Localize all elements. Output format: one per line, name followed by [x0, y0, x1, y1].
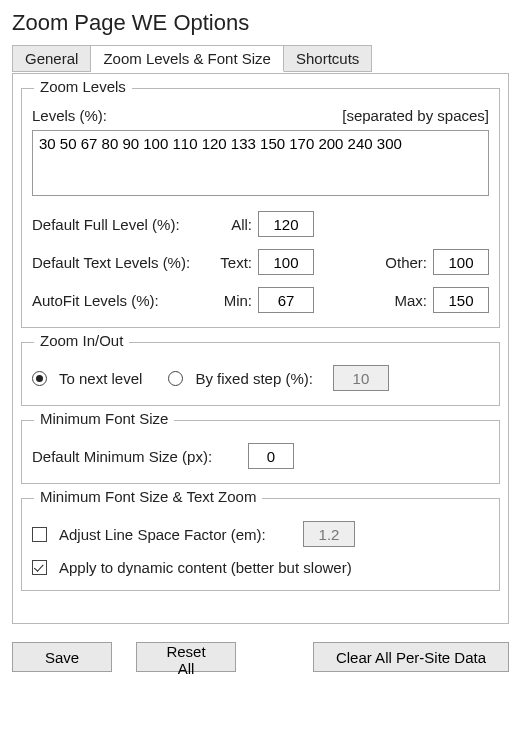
default-full-label: Default Full Level (%):	[32, 216, 202, 233]
autofit-label: AutoFit Levels (%):	[32, 292, 202, 309]
by-fixed-label: By fixed step (%):	[195, 370, 313, 387]
min-input[interactable]	[258, 287, 314, 313]
default-text-label: Default Text Levels (%):	[32, 254, 202, 271]
adjust-line-input[interactable]	[303, 521, 355, 547]
other-input[interactable]	[433, 249, 489, 275]
text-label: Text:	[208, 254, 252, 271]
radio-by-fixed-step[interactable]	[168, 371, 183, 386]
check-apply-dynamic[interactable]	[32, 560, 47, 575]
legend-zoom-levels: Zoom Levels	[34, 78, 132, 95]
levels-hint: [separated by spaces]	[342, 107, 489, 124]
save-button[interactable]: Save	[12, 642, 112, 672]
fixed-step-input[interactable]	[333, 365, 389, 391]
radio-to-next-level[interactable]	[32, 371, 47, 386]
tab-panel: Zoom Levels Levels (%): [separated by sp…	[13, 74, 508, 623]
levels-label: Levels (%):	[32, 107, 107, 124]
text-input[interactable]	[258, 249, 314, 275]
fieldset-min-font-text-zoom: Minimum Font Size & Text Zoom Adjust Lin…	[21, 498, 500, 591]
clear-per-site-button[interactable]: Clear All Per-Site Data	[313, 642, 509, 672]
reset-all-button[interactable]: Reset All	[136, 642, 236, 672]
legend-min-font-text-zoom: Minimum Font Size & Text Zoom	[34, 488, 262, 505]
fieldset-min-font: Minimum Font Size Default Minimum Size (…	[21, 420, 500, 484]
apply-dynamic-label: Apply to dynamic content (better but slo…	[59, 559, 352, 576]
tab-general[interactable]: General	[12, 45, 91, 72]
tab-zoom-levels[interactable]: Zoom Levels & Font Size	[91, 45, 284, 72]
adjust-line-label: Adjust Line Space Factor (em):	[59, 526, 297, 543]
default-min-input[interactable]	[248, 443, 294, 469]
legend-zoom-in-out: Zoom In/Out	[34, 332, 129, 349]
to-next-label: To next level	[59, 370, 142, 387]
max-input[interactable]	[433, 287, 489, 313]
check-adjust-line-space[interactable]	[32, 527, 47, 542]
all-input[interactable]	[258, 211, 314, 237]
max-label: Max:	[394, 292, 427, 309]
page-title: Zoom Page WE Options	[12, 10, 509, 36]
fieldset-zoom-levels: Zoom Levels Levels (%): [separated by sp…	[21, 88, 500, 328]
tab-shortcuts[interactable]: Shortcuts	[284, 45, 372, 72]
other-label: Other:	[385, 254, 427, 271]
min-label: Min:	[208, 292, 252, 309]
all-label: All:	[208, 216, 252, 233]
legend-min-font: Minimum Font Size	[34, 410, 174, 427]
fieldset-zoom-in-out: Zoom In/Out To next level By fixed step …	[21, 342, 500, 406]
default-min-label: Default Minimum Size (px):	[32, 448, 242, 465]
levels-input[interactable]: 30 50 67 80 90 100 110 120 133 150 170 2…	[32, 130, 489, 196]
